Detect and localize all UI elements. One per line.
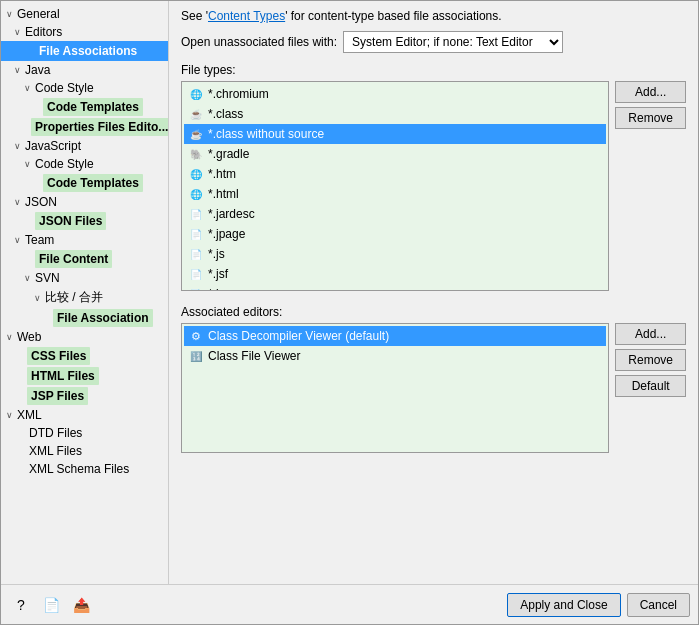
- list-item-js-type[interactable]: 📄 *.js: [184, 244, 606, 264]
- list-item-jsp-type[interactable]: 📄 *.jsp: [184, 284, 606, 291]
- tree-item-code-style-js[interactable]: ∨ Code Style: [1, 155, 168, 173]
- label-xml-schema: XML Schema Files: [27, 461, 131, 477]
- tree-item-general[interactable]: ∨ General: [1, 5, 168, 23]
- list-item-html-type[interactable]: 🌐 *.html: [184, 184, 606, 204]
- restore-defaults-button[interactable]: 📄: [39, 593, 63, 617]
- assoc-editors-section: ⚙ Class Decompiler Viewer (default) 🔢 Cl…: [181, 323, 686, 453]
- tree-item-css[interactable]: CSS Files: [1, 346, 168, 366]
- assoc-remove-button[interactable]: Remove: [615, 349, 686, 371]
- bottom-left: ? 📄 📤: [9, 593, 93, 617]
- label-web: Web: [15, 329, 43, 345]
- list-item-decompiler[interactable]: ⚙ Class Decompiler Viewer (default): [184, 326, 606, 346]
- arrow-java: ∨: [11, 65, 23, 75]
- arrow-team: ∨: [11, 235, 23, 245]
- list-item-class[interactable]: ☕ *.class: [184, 104, 606, 124]
- list-item-gradle[interactable]: 🐘 *.gradle: [184, 144, 606, 164]
- label-file-associations: File Associations: [35, 42, 141, 60]
- label-class-viewer: Class File Viewer: [208, 349, 300, 363]
- content-types-link[interactable]: Content Types: [208, 9, 285, 23]
- label-css: CSS Files: [27, 347, 90, 365]
- label-svn: SVN: [33, 270, 62, 286]
- tree-item-compare[interactable]: ∨ 比较 / 合并: [1, 287, 168, 308]
- file-types-buttons: Add... Remove: [615, 81, 686, 297]
- label-class-src: *.class without source: [208, 127, 324, 141]
- tree-item-java[interactable]: ∨ Java: [1, 61, 168, 79]
- label-code-style-js: Code Style: [33, 156, 96, 172]
- label-js-type: *.js: [208, 247, 225, 261]
- cancel-button[interactable]: Cancel: [627, 593, 690, 617]
- label-gradle: *.gradle: [208, 147, 249, 161]
- apply-close-button[interactable]: Apply and Close: [507, 593, 620, 617]
- file-types-add-button[interactable]: Add...: [615, 81, 686, 103]
- label-jsp-type: *.jsp: [208, 287, 231, 291]
- tree-item-json-files[interactable]: JSON Files: [1, 211, 168, 231]
- help-button[interactable]: ?: [9, 593, 33, 617]
- see-text: See ': [181, 9, 208, 23]
- file-types-list[interactable]: 🌐 *.chromium ☕ *.class ☕ *.class without…: [181, 81, 609, 291]
- list-item-jpage[interactable]: 📄 *.jpage: [184, 224, 606, 244]
- tree-item-html[interactable]: HTML Files: [1, 366, 168, 386]
- icon-decompiler: ⚙: [188, 328, 204, 344]
- label-json-files: JSON Files: [35, 212, 106, 230]
- file-types-section: 🌐 *.chromium ☕ *.class ☕ *.class without…: [181, 81, 686, 297]
- label-editors: Editors: [23, 24, 64, 40]
- tree-item-jsp[interactable]: JSP Files: [1, 386, 168, 406]
- list-item-chromium[interactable]: 🌐 *.chromium: [184, 84, 606, 104]
- icon-chromium: 🌐: [188, 86, 204, 102]
- label-code-templates-java: Code Templates: [43, 98, 143, 116]
- label-xml: XML: [15, 407, 44, 423]
- tree-item-xml-files[interactable]: XML Files: [1, 442, 168, 460]
- arrow-editors: ∨: [11, 27, 23, 37]
- list-item-jsf[interactable]: 📄 *.jsf: [184, 264, 606, 284]
- assoc-default-button[interactable]: Default: [615, 375, 686, 397]
- tree-item-xml[interactable]: ∨ XML: [1, 406, 168, 424]
- tree-item-svn[interactable]: ∨ SVN: [1, 269, 168, 287]
- label-code-templates-js: Code Templates: [43, 174, 143, 192]
- tree-item-file-content[interactable]: File Content: [1, 249, 168, 269]
- tree-item-file-associations[interactable]: File Associations: [1, 41, 168, 61]
- label-file-assoc2: File Association: [53, 309, 153, 327]
- label-json: JSON: [23, 194, 59, 210]
- arrow-js: ∨: [11, 141, 23, 151]
- tree-item-team[interactable]: ∨ Team: [1, 231, 168, 249]
- tree-item-json[interactable]: ∨ JSON: [1, 193, 168, 211]
- list-item-jardesc[interactable]: 📄 *.jardesc: [184, 204, 606, 224]
- label-class: *.class: [208, 107, 243, 121]
- open-unassoc-row: Open unassociated files with: System Edi…: [181, 31, 686, 53]
- label-htm: *.htm: [208, 167, 236, 181]
- label-dtd: DTD Files: [27, 425, 84, 441]
- list-item-htm[interactable]: 🌐 *.htm: [184, 164, 606, 184]
- tree-item-javascript[interactable]: ∨ JavaScript: [1, 137, 168, 155]
- open-unassoc-dropdown[interactable]: System Editor; if none: Text Editor: [343, 31, 563, 53]
- tree-item-code-templates-js[interactable]: Code Templates: [1, 173, 168, 193]
- left-panel: ∨ General ∨ Editors File Associations ∨ …: [1, 1, 169, 584]
- arrow-cs-js: ∨: [21, 159, 33, 169]
- icon-jsp-type: 📄: [188, 286, 204, 291]
- label-jsf: *.jsf: [208, 267, 228, 281]
- assoc-editors-list[interactable]: ⚙ Class Decompiler Viewer (default) 🔢 Cl…: [181, 323, 609, 453]
- label-jsp: JSP Files: [27, 387, 88, 405]
- tree-item-xml-schema[interactable]: XML Schema Files: [1, 460, 168, 478]
- assoc-add-button[interactable]: Add...: [615, 323, 686, 345]
- label-jpage: *.jpage: [208, 227, 245, 241]
- label-chromium: *.chromium: [208, 87, 269, 101]
- export-button[interactable]: 📤: [69, 593, 93, 617]
- list-item-class-src[interactable]: ☕ *.class without source: [184, 124, 606, 144]
- tree-item-code-style-java[interactable]: ∨ Code Style: [1, 79, 168, 97]
- tree-item-file-assoc2[interactable]: File Association: [1, 308, 168, 328]
- dialog: ∨ General ∨ Editors File Associations ∨ …: [0, 0, 699, 625]
- tree-item-properties[interactable]: Properties Files Edito...: [1, 117, 168, 137]
- file-types-label: File types:: [181, 63, 686, 77]
- arrow-json: ∨: [11, 197, 23, 207]
- tree-item-code-templates-java[interactable]: Code Templates: [1, 97, 168, 117]
- file-types-list-container: 🌐 *.chromium ☕ *.class ☕ *.class without…: [181, 81, 609, 297]
- list-item-class-viewer[interactable]: 🔢 Class File Viewer: [184, 346, 606, 366]
- file-types-remove-button[interactable]: Remove: [615, 107, 686, 129]
- tree-item-dtd[interactable]: DTD Files: [1, 424, 168, 442]
- icon-jpage: 📄: [188, 226, 204, 242]
- assoc-editors-buttons: Add... Remove Default: [615, 323, 686, 453]
- tree-item-editors[interactable]: ∨ Editors: [1, 23, 168, 41]
- tree-item-web[interactable]: ∨ Web: [1, 328, 168, 346]
- bottom-right: Apply and Close Cancel: [507, 593, 690, 617]
- label-java: Java: [23, 62, 52, 78]
